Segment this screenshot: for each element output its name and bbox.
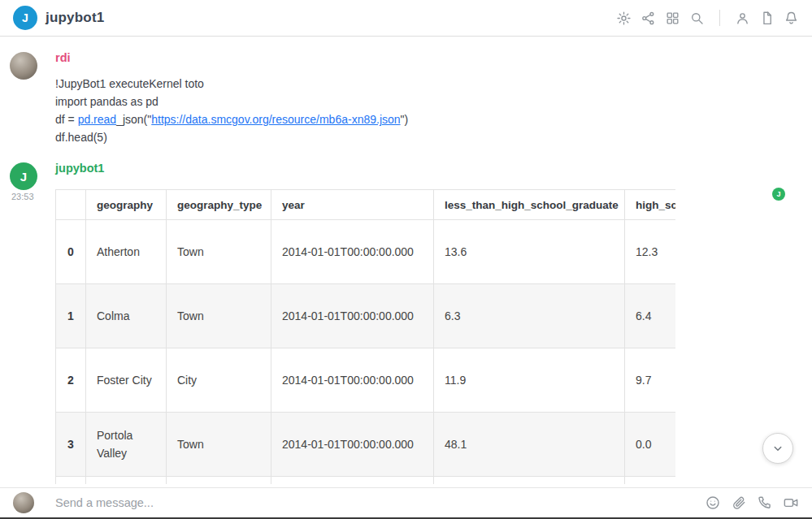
table-cell — [271, 477, 434, 485]
table-cell: Atherton — [86, 220, 167, 284]
table-row — [56, 477, 676, 485]
table-cell — [86, 477, 167, 485]
chevron-down-icon — [770, 440, 786, 456]
table-cell — [167, 477, 271, 485]
avatar-rdi[interactable] — [10, 52, 37, 80]
phone-icon[interactable] — [757, 495, 773, 511]
dataset-url-link[interactable]: https://data.smcgov.org/resource/mb6a-xn… — [151, 113, 400, 126]
scroll-to-bottom-button[interactable] — [762, 433, 793, 464]
table-cell: 13.6 — [434, 220, 625, 284]
message-timestamp: 23:53 — [11, 192, 34, 201]
self-avatar[interactable] — [13, 492, 34, 513]
chat-app-window: J jupybot1 — [0, 0, 812, 519]
bell-icon[interactable] — [784, 11, 799, 26]
message-rdi: rdi !JupyBot1 executeKernel toto import … — [10, 50, 812, 146]
message-line: df.head(5) — [55, 128, 812, 146]
table-cell: Town — [167, 220, 271, 284]
code-text: ") — [401, 113, 409, 126]
file-icon[interactable] — [759, 11, 775, 26]
table-cell: 2 — [56, 348, 86, 413]
table-cell — [56, 477, 86, 485]
table-cell: Colma — [86, 284, 167, 348]
table-header-cell — [56, 190, 86, 220]
table-header-cell: high_sc — [625, 190, 676, 220]
table-row: 1 Colma Town 2014-01-01T00:00:00.000 6.3… — [56, 284, 676, 348]
top-bar: J jupybot1 — [0, 0, 812, 37]
top-bar-actions — [616, 10, 799, 26]
table-cell: 2014-01-01T00:00:00.000 — [271, 413, 434, 477]
table-header-cell: less_than_high_school_graduate — [434, 190, 625, 220]
username-rdi[interactable]: rdi — [55, 51, 71, 67]
table-cell: Portola Valley — [86, 413, 167, 477]
apps-grid-icon[interactable] — [665, 11, 680, 26]
username-jupybot1[interactable]: jupybot1 — [55, 162, 104, 178]
video-camera-icon[interactable] — [783, 495, 799, 511]
composer-actions — [705, 495, 799, 511]
icon-divider — [719, 10, 720, 26]
paperclip-icon[interactable] — [731, 495, 747, 511]
table-header-row: geography geography_type year less_than_… — [56, 190, 676, 220]
emoji-icon[interactable] — [705, 495, 721, 511]
table-cell: 6.4 — [625, 284, 676, 348]
share-icon[interactable] — [640, 11, 656, 26]
code-text: df = — [55, 113, 78, 126]
table-cell: City — [167, 348, 271, 413]
message-line: !JupyBot1 executeKernel toto — [55, 75, 812, 93]
table-cell — [434, 477, 625, 485]
pd-read-link[interactable]: pd.read — [78, 113, 116, 126]
channel-title: jupybot1 — [46, 10, 104, 26]
table-header-cell: geography — [86, 190, 167, 220]
table-cell: Foster City — [86, 348, 167, 413]
user-icon[interactable] — [735, 11, 750, 26]
table-cell: 2014-01-01T00:00:00.000 — [271, 348, 434, 413]
table-cell: 3 — [56, 413, 86, 477]
table-cell: Town — [167, 413, 271, 477]
table-cell: 0 — [56, 220, 86, 284]
dataframe-table: geography geography_type year less_than_… — [55, 189, 675, 484]
table-cell — [625, 477, 676, 485]
chat-area: rdi !JupyBot1 executeKernel toto import … — [0, 37, 812, 487]
table-row: 3 Portola Valley Town 2014-01-01T00:00:0… — [56, 413, 676, 477]
table-cell: 2014-01-01T00:00:00.000 — [271, 220, 434, 284]
search-icon[interactable] — [689, 11, 705, 26]
table-cell: 12.3 — [625, 220, 676, 284]
table-cell: 2014-01-01T00:00:00.000 — [271, 284, 434, 348]
channel-avatar[interactable]: J — [13, 6, 37, 30]
table-cell: Town — [167, 284, 271, 348]
table-row: 2 Foster City City 2014-01-01T00:00:00.0… — [56, 348, 676, 413]
table-header-cell: year — [271, 190, 434, 220]
table-cell: 11.9 — [434, 348, 625, 413]
message-input[interactable] — [55, 496, 705, 509]
message-jupybot1: J 23:53 jupybot1 geography — [10, 161, 812, 484]
table-cell: 48.1 — [434, 413, 625, 477]
message-composer — [0, 487, 812, 517]
message-line: import pandas as pd — [55, 93, 812, 110]
avatar-jupybot1[interactable]: J — [10, 162, 37, 190]
table-row: 0 Atherton Town 2014-01-01T00:00:00.000 … — [56, 220, 676, 284]
unread-badge: J — [772, 188, 785, 201]
table-header-cell: geography_type — [167, 190, 271, 220]
table-cell: 0.0 — [625, 413, 676, 477]
gear-icon[interactable] — [616, 11, 632, 26]
table-cell: 1 — [56, 284, 86, 348]
table-cell: 9.7 — [625, 348, 676, 413]
table-cell: 6.3 — [434, 284, 625, 348]
code-text: _json(" — [116, 113, 151, 126]
message-line: df = pd.read_json("https://data.smcgov.o… — [55, 110, 812, 128]
